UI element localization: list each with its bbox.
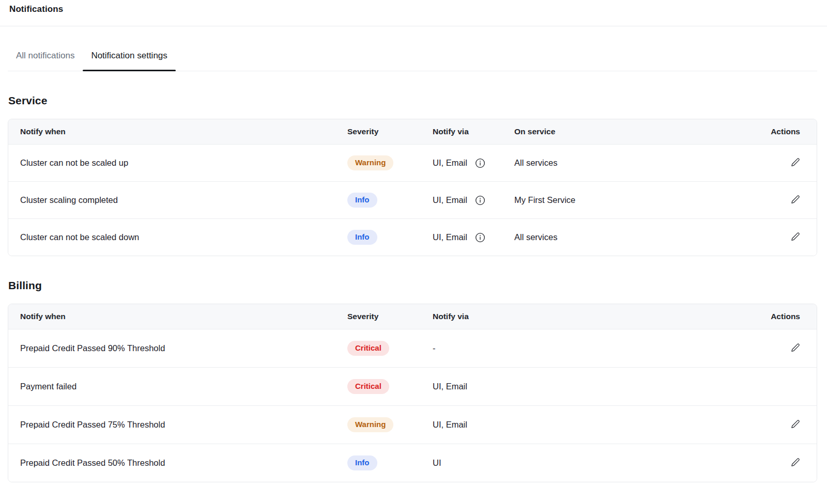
severity-cell: Info (347, 444, 433, 482)
page-title: Notifications (0, 0, 827, 14)
table-header-row: Notify when Severity Notify via On servi… (8, 119, 817, 144)
info-circle-icon[interactable] (475, 232, 485, 243)
severity-cell: Info (347, 181, 433, 218)
info-circle-icon[interactable] (475, 195, 485, 206)
table-row: Cluster can not be scaled down Info UI, … (8, 218, 817, 256)
actions-cell (769, 181, 817, 218)
billing-notifications-table: Notify when Severity Notify via Actions … (8, 304, 817, 482)
severity-badge: Info (347, 193, 377, 208)
notify-when-cell: Prepaid Credit Passed 90% Threshold (8, 329, 347, 367)
section-title-service: Service (8, 94, 827, 107)
severity-badge: Info (347, 455, 377, 470)
actions-cell (769, 218, 817, 256)
notify-via-cell: UI (433, 444, 769, 482)
edit-pencil-icon[interactable] (791, 195, 800, 204)
table-row: Cluster can not be scaled up Warning UI,… (8, 144, 817, 181)
tab-notification-settings[interactable]: Notification settings (83, 26, 175, 71)
notify-via-value: UI, Email (433, 232, 467, 242)
notify-via-cell: UI, Email (433, 405, 769, 444)
column-header-on-service: On service (514, 119, 769, 144)
notify-when-cell: Cluster can not be scaled up (8, 144, 347, 181)
column-header-severity: Severity (347, 304, 433, 329)
severity-badge: Info (347, 230, 377, 245)
on-service-cell: All services (514, 218, 769, 256)
notify-via-value: UI, Email (433, 195, 467, 205)
table-row: Prepaid Credit Passed 50% Threshold Info… (8, 444, 817, 482)
notify-when-cell: Prepaid Credit Passed 50% Threshold (8, 444, 347, 482)
notify-via-cell: UI, Email (433, 144, 514, 181)
severity-cell: Critical (347, 367, 433, 405)
info-circle-icon[interactable] (475, 158, 485, 168)
severity-cell: Warning (347, 405, 433, 444)
severity-badge: Warning (347, 417, 393, 432)
notify-when-cell: Cluster can not be scaled down (8, 218, 347, 256)
table-row: Cluster scaling completed Info UI, Email… (8, 181, 817, 218)
severity-badge: Warning (347, 155, 393, 170)
column-header-notify-via: Notify via (433, 119, 514, 144)
edit-pencil-icon[interactable] (791, 158, 800, 167)
actions-cell (769, 329, 817, 367)
section-title-billing: Billing (8, 279, 827, 292)
column-header-notify-when: Notify when (8, 119, 347, 144)
severity-cell: Warning (347, 144, 433, 181)
column-header-actions: Actions (769, 304, 817, 329)
column-header-actions: Actions (769, 119, 817, 144)
column-header-notify-when: Notify when (8, 304, 347, 329)
notify-when-cell: Prepaid Credit Passed 75% Threshold (8, 405, 347, 444)
severity-badge: Critical (347, 341, 389, 356)
on-service-cell: All services (514, 144, 769, 181)
notify-when-cell: Payment failed (8, 367, 347, 405)
notify-when-cell: Cluster scaling completed (8, 181, 347, 218)
notify-via-value: UI, Email (433, 158, 467, 168)
table-row: Prepaid Credit Passed 75% Threshold Warn… (8, 405, 817, 444)
notify-via-cell: - (433, 329, 769, 367)
actions-cell (769, 405, 817, 444)
notifications-tab-bar: All notifications Notification settings (8, 26, 817, 71)
table-row: Payment failed Critical UI, Email (8, 367, 817, 405)
tab-all-notifications[interactable]: All notifications (8, 26, 83, 71)
actions-cell (769, 367, 817, 405)
edit-pencil-icon[interactable] (791, 419, 800, 429)
edit-pencil-icon[interactable] (791, 343, 800, 352)
table-row: Prepaid Credit Passed 90% Threshold Crit… (8, 329, 817, 367)
edit-pencil-icon[interactable] (791, 458, 800, 467)
actions-cell (769, 444, 817, 482)
severity-cell: Critical (347, 329, 433, 367)
notify-via-cell: UI, Email (433, 218, 514, 256)
on-service-cell: My First Service (514, 181, 769, 218)
severity-badge: Critical (347, 379, 389, 394)
notify-via-cell: UI, Email (433, 181, 514, 218)
column-header-severity: Severity (347, 119, 433, 144)
edit-pencil-icon[interactable] (791, 232, 800, 241)
column-header-notify-via: Notify via (433, 304, 769, 329)
severity-cell: Info (347, 218, 433, 256)
notify-via-cell: UI, Email (433, 367, 769, 405)
table-header-row: Notify when Severity Notify via Actions (8, 304, 817, 329)
service-notifications-table: Notify when Severity Notify via On servi… (8, 119, 817, 256)
actions-cell (769, 144, 817, 181)
